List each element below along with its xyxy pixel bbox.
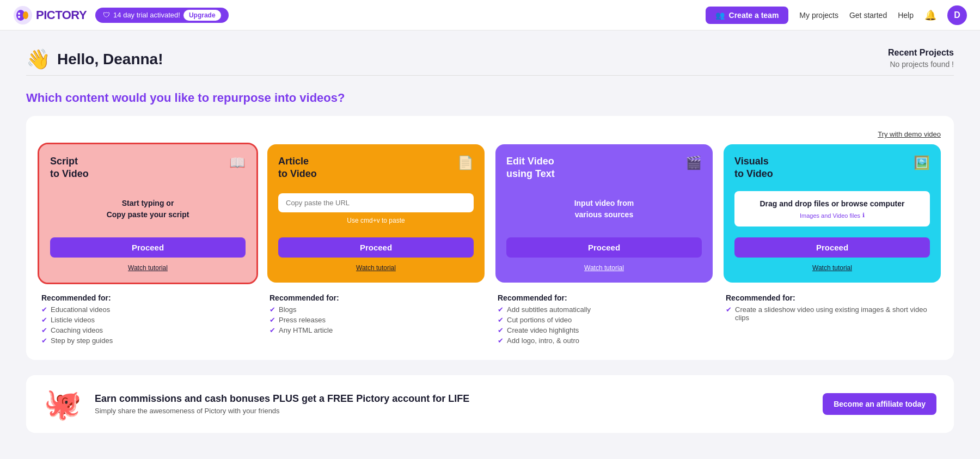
rec-article: Recommended for: ✔ Blogs ✔ Press release…: [267, 293, 485, 347]
card-article-to-video: Article to Video 📄 Use cmd+v to paste Pr…: [267, 144, 485, 283]
rec-item: ✔ Coaching videos: [41, 326, 254, 334]
rec-edit-title: Recommended for:: [498, 293, 710, 302]
check-icon: ✔: [41, 316, 47, 324]
visuals-icon: 🖼️: [914, 155, 930, 170]
rec-item: ✔ Listicle videos: [41, 316, 254, 324]
card-script-to-video: Script to Video 📖 Start typing or Copy p…: [39, 144, 256, 283]
rec-item: ✔ Blogs: [270, 305, 482, 314]
card-article-title: Article to Video: [278, 155, 317, 181]
svg-point-3: [18, 13, 20, 15]
team-icon: 👥: [715, 11, 725, 20]
avatar[interactable]: D: [947, 5, 967, 25]
check-icon: ✔: [726, 305, 732, 314]
greeting-text: Hello, Deanna!: [57, 51, 163, 68]
check-icon: ✔: [270, 316, 275, 324]
rec-item: ✔ Educational videos: [41, 305, 254, 314]
banner-title: Earn commissions and cash bonuses PLUS g…: [95, 393, 810, 405]
create-team-button[interactable]: 👥 Create a team: [706, 7, 789, 24]
card-article-header: Article to Video 📄: [278, 155, 474, 181]
rec-article-title: Recommended for:: [270, 293, 482, 302]
rec-item: ✔ Create a slideshow video using existin…: [726, 305, 939, 322]
trial-text: 14 day trial activated!: [113, 11, 180, 19]
drop-zone[interactable]: Drag and drop files or browse computer I…: [734, 191, 930, 227]
card-edit-body: Input video from various sources: [506, 187, 702, 231]
watch-tutorial-edit[interactable]: Watch tutorial: [506, 264, 702, 272]
proceed-button-script[interactable]: Proceed: [50, 237, 246, 258]
card-edit-video: Edit Video using Text 🎬 Input video from…: [495, 144, 713, 283]
rec-script: Recommended for: ✔ Educational videos ✔ …: [39, 293, 256, 347]
rec-item: ✔ Press releases: [270, 316, 482, 324]
nav-help[interactable]: Help: [898, 11, 914, 20]
card-article-body: Use cmd+v to paste: [278, 187, 474, 231]
rec-item: ✔ Add subtitles automatically: [498, 305, 710, 314]
affiliate-button[interactable]: Become an affiliate today: [823, 393, 936, 415]
check-icon: ✔: [270, 305, 275, 314]
card-visuals-body: Drag and drop files or browse computer I…: [734, 187, 930, 231]
header-left: PICTORY 🛡 14 day trial activated! Upgrad…: [13, 5, 229, 25]
logo-text: PICTORY: [36, 8, 87, 22]
check-icon: ✔: [270, 326, 275, 334]
card-script-body: Start typing or Copy paste your script: [50, 187, 246, 231]
logo-icon: [13, 5, 33, 25]
shield-icon: 🛡: [103, 11, 110, 19]
card-edit-title: Edit Video using Text: [506, 155, 555, 181]
check-icon: ✔: [498, 336, 504, 345]
rec-visuals: Recommended for: ✔ Create a slideshow vi…: [724, 293, 941, 347]
header-right: 👥 Create a team My projects Get started …: [706, 5, 967, 25]
rec-item: ✔ Create video highlights: [498, 326, 710, 334]
proceed-button-edit[interactable]: Proceed: [506, 237, 702, 258]
rec-item: ✔ Cut portions of video: [498, 316, 710, 324]
bell-icon[interactable]: 🔔: [924, 9, 936, 21]
watch-tutorial-script[interactable]: Watch tutorial: [50, 264, 246, 272]
divider: [26, 75, 954, 76]
article-icon: 📄: [457, 155, 474, 170]
rec-item: ✔ Any HTML article: [270, 326, 482, 334]
greeting: 👋 Hello, Deanna!: [26, 48, 163, 71]
rec-item: ✔ Add logo, intro, & outro: [498, 336, 710, 345]
card-script-header: Script to Video 📖: [50, 155, 246, 181]
upgrade-button[interactable]: Upgrade: [183, 10, 221, 21]
card-edit-header: Edit Video using Text 🎬: [506, 155, 702, 181]
cards-and-recs: Try with demo video Script to Video 📖 St…: [26, 116, 954, 360]
card-script-body-text: Start typing or Copy paste your script: [107, 198, 189, 221]
recent-projects-empty: No projects found !: [888, 60, 954, 69]
card-visuals-to-video: Visuals to Video 🖼️ Drag and drop files …: [724, 144, 941, 283]
section-title: Which content would you like to repurpos…: [26, 91, 954, 105]
trial-badge: 🛡 14 day trial activated! Upgrade: [95, 8, 229, 23]
script-icon: 📖: [229, 155, 246, 170]
check-icon: ✔: [498, 316, 504, 324]
watch-tutorial-article[interactable]: Watch tutorial: [278, 264, 474, 272]
article-url-input[interactable]: [278, 193, 474, 212]
greeting-emoji: 👋: [26, 48, 51, 71]
rec-visuals-title: Recommended for:: [726, 293, 939, 302]
main-content: 👋 Hello, Deanna! Recent Projects No proj…: [0, 30, 980, 450]
drop-title: Drag and drop files or browse computer: [745, 199, 919, 210]
check-icon: ✔: [41, 336, 47, 345]
affiliate-banner: 🐙 Earn commissions and cash bonuses PLUS…: [26, 375, 954, 433]
card-visuals-title: Visuals to Video: [734, 155, 773, 181]
recent-projects: Recent Projects No projects found !: [888, 48, 954, 69]
rec-item: ✔ Step by step guides: [41, 336, 254, 345]
check-icon: ✔: [498, 305, 504, 314]
proceed-button-article[interactable]: Proceed: [278, 237, 474, 258]
logo[interactable]: PICTORY: [13, 5, 87, 25]
watch-tutorial-visuals[interactable]: Watch tutorial: [734, 264, 930, 272]
recommendations-row: Recommended for: ✔ Educational videos ✔ …: [39, 293, 941, 347]
paste-hint: Use cmd+v to paste: [278, 217, 474, 224]
top-row: 👋 Hello, Deanna! Recent Projects No proj…: [26, 48, 954, 71]
card-edit-body-text: Input video from various sources: [574, 198, 634, 221]
header: PICTORY 🛡 14 day trial activated! Upgrad…: [0, 0, 980, 30]
recent-projects-title: Recent Projects: [888, 48, 954, 58]
rec-script-title: Recommended for:: [41, 293, 254, 302]
svg-point-2: [23, 11, 28, 19]
demo-video-link[interactable]: Try with demo video: [878, 130, 941, 138]
proceed-button-visuals[interactable]: Proceed: [734, 237, 930, 258]
banner-subtitle: Simply share the awesomeness of Pictory …: [95, 407, 810, 415]
card-visuals-header: Visuals to Video 🖼️: [734, 155, 930, 181]
nav-get-started[interactable]: Get started: [849, 11, 887, 20]
check-icon: ✔: [41, 305, 47, 314]
nav-my-projects[interactable]: My projects: [799, 11, 838, 20]
rec-edit-video: Recommended for: ✔ Add subtitles automat…: [495, 293, 713, 347]
check-icon: ✔: [41, 326, 47, 334]
cards-row: Script to Video 📖 Start typing or Copy p…: [39, 144, 941, 283]
